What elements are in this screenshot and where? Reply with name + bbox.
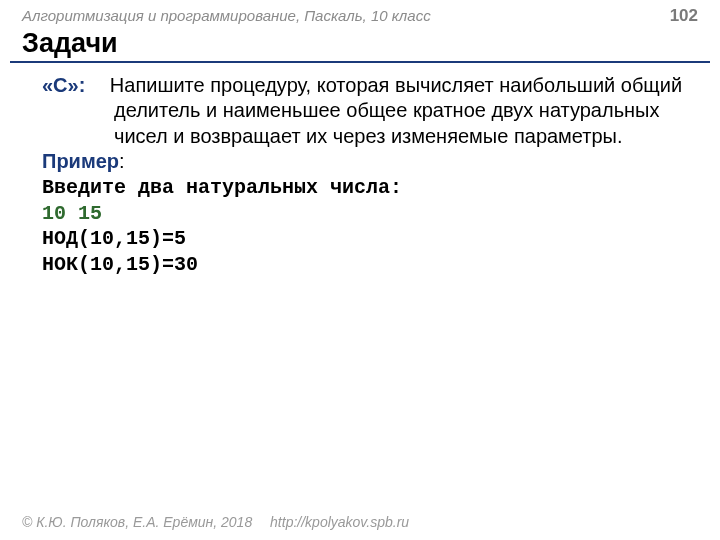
- page-number: 102: [670, 6, 698, 26]
- code-output-2: НОК(10,15)=30: [42, 253, 198, 276]
- content-area: «C»: «C»: Напишите процедуру, которая вы…: [0, 69, 720, 277]
- example-colon: :: [119, 150, 125, 172]
- footer: © К.Ю. Поляков, Е.А. Ерёмин, 2018 http:/…: [22, 514, 409, 530]
- task-block: «C»: «C»: Напишите процедуру, которая вы…: [42, 73, 690, 149]
- example-block: Пример:: [42, 149, 690, 175]
- course-title: Алгоритмизация и программирование, Паска…: [22, 7, 431, 24]
- code-output-1: НОД(10,15)=5: [42, 227, 186, 250]
- header-bar: Алгоритмизация и программирование, Паска…: [0, 0, 720, 28]
- example-label: Пример: [42, 150, 119, 172]
- page-title: Задачи: [10, 28, 710, 63]
- task-text-content: Напишите процедуру, которая вычисляет на…: [110, 74, 682, 147]
- code-input: 10 15: [42, 202, 102, 225]
- footer-copyright: © К.Ю. Поляков, Е.А. Ерёмин, 2018: [22, 514, 252, 530]
- code-prompt: Введите два натуральных числа:: [42, 176, 402, 199]
- code-block: Введите два натуральных числа: 10 15 НОД…: [42, 175, 690, 277]
- footer-url: http://kpolyakov.spb.ru: [270, 514, 409, 530]
- task-text-body: «C»: Напишите процедуру, которая вычисля…: [114, 73, 690, 150]
